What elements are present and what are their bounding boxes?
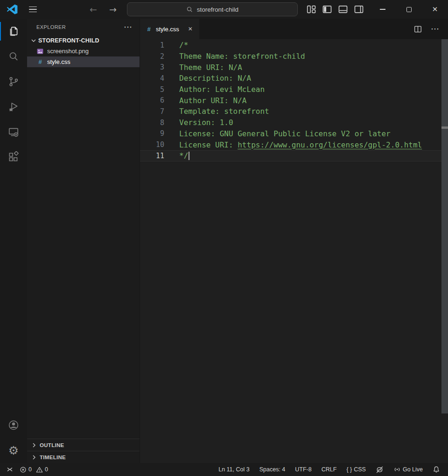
toggle-panel-icon[interactable] [338, 4, 348, 14]
problems-button[interactable]: 0 0 [18, 463, 52, 476]
css-file-icon: # [36, 58, 44, 65]
code-text: */ [164, 151, 189, 161]
text-cursor [189, 152, 189, 160]
file-tree: STOREFRONT-CHILD screenshot.png # style.… [27, 35, 140, 439]
code-line-current[interactable]: 11 */ [140, 150, 448, 161]
more-actions-icon[interactable]: ⋯ [429, 26, 441, 32]
search-icon [7, 50, 20, 63]
code-line[interactable]: 5 Author: Levi McLean [140, 84, 448, 95]
chevron-down-icon [30, 37, 37, 44]
language-mode[interactable]: { } CSS [344, 463, 368, 476]
warning-count: 0 [45, 466, 48, 473]
code-line[interactable]: 1 /* [140, 40, 448, 51]
gear-icon: ⚙ [8, 445, 19, 456]
command-center-text: storefront-child [197, 6, 238, 13]
copilot-disabled-icon [376, 466, 384, 474]
toggle-sidebar-left-icon[interactable] [322, 4, 332, 14]
activity-run-debug-button[interactable] [0, 94, 27, 119]
forward-arrow-icon[interactable]: → [106, 4, 120, 15]
line-number: 2 [140, 52, 164, 61]
account-button[interactable] [0, 413, 27, 438]
folder-row-storefront-child[interactable]: STOREFRONT-CHILD [27, 35, 140, 46]
error-count: 0 [28, 466, 32, 473]
code-line[interactable]: 3 Theme URI: N/A [140, 62, 448, 73]
code-text: Author URI: N/A [164, 96, 247, 105]
timeline-section-header[interactable]: TIMELINE [27, 451, 140, 463]
activity-source-control-button[interactable] [0, 69, 27, 94]
search-icon [186, 6, 193, 13]
settings-button[interactable]: ⚙ [0, 438, 27, 463]
timeline-label: TIMELINE [40, 455, 66, 460]
file-name: style.css [47, 58, 70, 65]
code-line[interactable]: 8 Version: 1.0 [140, 117, 448, 128]
code-text: /* [164, 41, 188, 49]
code-editor[interactable]: 1 /* 2 Theme Name: storefront-child 3 Th… [140, 39, 448, 463]
maximize-icon [406, 7, 412, 12]
sidebar-header: EXPLORER ⋯ [27, 19, 140, 35]
css-file-icon: # [145, 26, 153, 33]
open-remote-window-icon [6, 466, 14, 473]
run-and-debug-icon [7, 101, 20, 113]
code-line[interactable]: 9 License: GNU General Public License V2… [140, 128, 448, 140]
go-live-button[interactable]: Go Live [392, 463, 425, 476]
command-center-search[interactable]: storefront-child [127, 2, 298, 16]
menu-icon[interactable] [27, 5, 39, 14]
customize-layout-icon[interactable] [306, 4, 316, 14]
bell-icon [433, 466, 440, 473]
maximize-button[interactable] [396, 0, 422, 19]
license-url-link[interactable]: https://www.gnu.org/licenses/gpl-2.0.htm… [238, 140, 422, 149]
activity-explorer-button[interactable] [0, 19, 27, 44]
source-control-branch-icon [7, 76, 20, 88]
code-line[interactable]: 7 Template: storefront [140, 106, 448, 117]
remote-explorer-icon [7, 126, 20, 138]
code-line[interactable]: 10 License URI: https://www.gnu.org/lice… [140, 139, 448, 150]
tab-label: style.css [156, 26, 179, 33]
tab-style-css[interactable]: # style.css ✕ [140, 19, 199, 39]
file-row-style-css[interactable]: # style.css [27, 56, 140, 67]
editor-scrollbar[interactable] [441, 39, 448, 413]
warning-icon [36, 466, 43, 473]
files-icon [7, 25, 20, 37]
minimize-button[interactable] [370, 0, 396, 19]
window-controls: ✕ [370, 0, 448, 19]
editor-group: # style.css ✕ ⋯ 1 /* 2 [140, 19, 448, 463]
code-text: Theme URI: N/A [164, 63, 242, 72]
code-line[interactable]: 4 Description: N/A [140, 73, 448, 84]
line-number: 3 [140, 63, 164, 71]
back-arrow-icon[interactable]: ← [86, 4, 100, 15]
indentation-setting[interactable]: Spaces: 4 [258, 463, 287, 476]
line-number: 11 [140, 152, 164, 160]
split-editor-icon[interactable] [414, 25, 422, 33]
file-row-screenshot-png[interactable]: screenshot.png [27, 46, 140, 56]
line-number: 9 [140, 129, 164, 138]
code-text: Description: N/A [164, 74, 251, 83]
activity-extensions-button[interactable] [0, 145, 27, 170]
braces-icon: { } [346, 466, 352, 473]
code-text: Template: storefront [164, 107, 269, 116]
encoding-setting[interactable]: UTF-8 [293, 463, 313, 476]
activity-search-button[interactable] [0, 44, 27, 69]
code-text: Version: 1.0 [164, 118, 233, 127]
code-line[interactable]: 2 Theme Name: storefront-child [140, 51, 448, 62]
main-area: ⚙ EXPLORER ⋯ STOREFRONT-CHILD [0, 19, 448, 463]
code-text-prefix: License URI: [179, 140, 238, 149]
broadcast-icon [393, 466, 401, 473]
vscode-logo-icon [6, 3, 18, 15]
explorer-more-actions-icon[interactable]: ⋯ [122, 24, 134, 30]
cursor-position[interactable]: Ln 11, Col 3 [217, 463, 251, 476]
vscode-window: ← → storefront-child [0, 0, 448, 476]
code-line[interactable]: 6 Author URI: N/A [140, 95, 448, 106]
image-file-icon [36, 48, 44, 55]
line-number: 7 [140, 107, 164, 116]
status-bar: 0 0 Ln 11, Col 3 Spaces: 4 UTF-8 CRLF { … [0, 463, 448, 476]
close-button[interactable]: ✕ [422, 0, 448, 19]
notifications-button[interactable] [431, 463, 442, 476]
outline-section-header[interactable]: OUTLINE [27, 439, 140, 451]
activity-bar: ⚙ [0, 19, 27, 463]
activity-remote-explorer-button[interactable] [0, 119, 27, 145]
close-tab-icon[interactable]: ✕ [187, 25, 194, 33]
copilot-status-button[interactable] [374, 463, 385, 476]
toggle-sidebar-right-icon[interactable] [354, 4, 364, 14]
eol-setting[interactable]: CRLF [320, 463, 339, 476]
remote-window-button[interactable] [0, 463, 18, 476]
